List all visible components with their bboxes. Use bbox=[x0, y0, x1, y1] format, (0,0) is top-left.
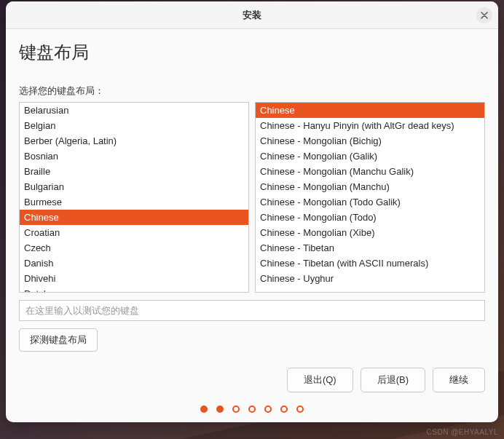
back-button[interactable]: 后退(B) bbox=[361, 368, 425, 392]
layout-item[interactable]: Braille bbox=[20, 164, 248, 179]
layout-item[interactable]: Croatian bbox=[20, 225, 248, 240]
close-button[interactable] bbox=[476, 7, 492, 23]
watermark: CSDN @EHYAALYL bbox=[427, 428, 498, 436]
variant-item[interactable]: Chinese - Hanyu Pinyin (with AltGr dead … bbox=[256, 118, 484, 133]
content-area: 键盘布局 选择您的键盘布局： BelarusianBelgianBerber (… bbox=[6, 29, 498, 422]
variant-item[interactable]: Chinese - Mongolian (Manchu) bbox=[256, 179, 484, 194]
progress-dot bbox=[200, 406, 208, 413]
progress-dot bbox=[232, 406, 240, 413]
variant-item[interactable]: Chinese - Mongolian (Manchu Galik) bbox=[256, 164, 484, 179]
layout-item[interactable]: Burmese bbox=[20, 194, 248, 210]
layout-item[interactable]: Dhivehi bbox=[20, 271, 248, 286]
variant-item[interactable]: Chinese - Uyghur bbox=[256, 271, 484, 286]
progress-dot bbox=[264, 406, 272, 413]
lists-row: BelarusianBelgianBerber (Algeria, Latin)… bbox=[19, 102, 485, 293]
variant-item[interactable]: Chinese - Mongolian (Galik) bbox=[256, 149, 484, 164]
close-icon bbox=[481, 12, 488, 19]
variant-item[interactable]: Chinese bbox=[256, 103, 484, 118]
page-title: 键盘布局 bbox=[19, 41, 485, 64]
layout-item[interactable]: Bulgarian bbox=[20, 179, 248, 194]
layout-item[interactable]: Dutch bbox=[20, 286, 248, 293]
progress-dot bbox=[280, 406, 288, 413]
progress-dots bbox=[19, 406, 485, 413]
layout-item[interactable]: Belgian bbox=[20, 118, 248, 133]
installer-window: 安装 键盘布局 选择您的键盘布局： BelarusianBelgianBerbe… bbox=[6, 1, 498, 422]
keyboard-test-input[interactable] bbox=[19, 300, 485, 321]
variant-list[interactable]: ChineseChinese - Hanyu Pinyin (with AltG… bbox=[255, 102, 485, 293]
layout-item[interactable]: Berber (Algeria, Latin) bbox=[20, 133, 248, 149]
detect-layout-button[interactable]: 探测键盘布局 bbox=[19, 328, 98, 352]
variant-item[interactable]: Chinese - Tibetan (with ASCII numerals) bbox=[256, 256, 484, 271]
variant-item[interactable]: Chinese - Mongolian (Xibe) bbox=[256, 225, 484, 240]
layout-item[interactable]: Chinese bbox=[20, 210, 248, 225]
section-label: 选择您的键盘布局： bbox=[19, 84, 485, 98]
variant-item[interactable]: Chinese - Mongolian (Todo Galik) bbox=[256, 194, 484, 210]
layout-list[interactable]: BelarusianBelgianBerber (Algeria, Latin)… bbox=[19, 102, 249, 293]
variant-item[interactable]: Chinese - Mongolian (Todo) bbox=[256, 210, 484, 225]
layout-item[interactable]: Bosnian bbox=[20, 149, 248, 164]
titlebar: 安装 bbox=[6, 1, 498, 29]
window-title: 安装 bbox=[243, 9, 261, 22]
nav-buttons: 退出(Q) 后退(B) 继续 bbox=[19, 368, 485, 392]
variant-item[interactable]: Chinese - Tibetan bbox=[256, 240, 484, 256]
layout-item[interactable]: Czech bbox=[20, 240, 248, 256]
continue-button[interactable]: 继续 bbox=[433, 368, 485, 392]
variant-item[interactable]: Chinese - Mongolian (Bichig) bbox=[256, 133, 484, 149]
layout-item[interactable]: Danish bbox=[20, 256, 248, 271]
progress-dot bbox=[248, 406, 256, 413]
quit-button[interactable]: 退出(Q) bbox=[287, 368, 353, 392]
layout-item[interactable]: Belarusian bbox=[20, 103, 248, 118]
progress-dot bbox=[216, 406, 224, 413]
progress-dot bbox=[296, 406, 304, 413]
